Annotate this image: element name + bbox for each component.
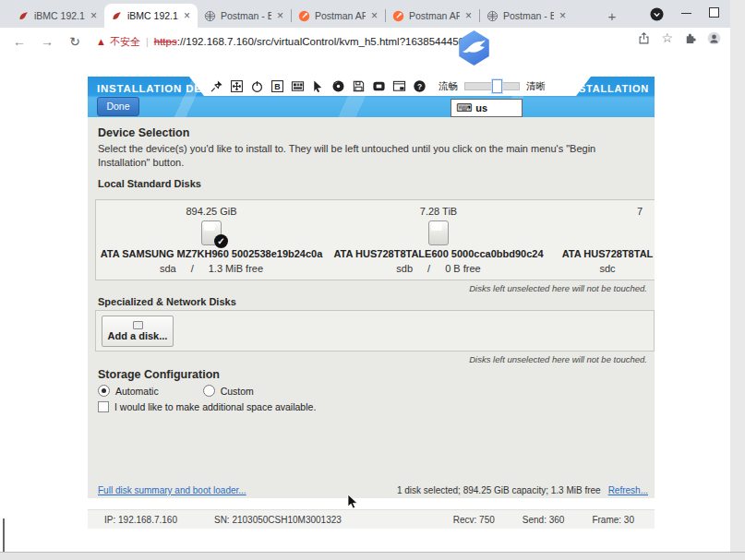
storage-config-radios: Automatic Custom xyxy=(98,385,254,397)
postman-icon xyxy=(392,10,404,22)
tab-postman-browse-1[interactable]: Postman - Browse × xyxy=(198,4,291,28)
radio-automatic[interactable]: Automatic xyxy=(98,385,159,397)
keyboard-b-icon[interactable]: B xyxy=(270,79,284,93)
tab-close-icon[interactable]: × xyxy=(370,9,379,22)
fullscreen-icon[interactable] xyxy=(230,79,244,93)
local-disks-panel: 894.25 GiB ATA SAMSUNG MZ7KH960 5002538e… xyxy=(95,199,655,280)
tab-postman-api-1[interactable]: Postman API Platfo × xyxy=(292,4,385,28)
disk-size: 7.28 TiB xyxy=(420,206,457,219)
status-ip: IP: 192.168.7.160 xyxy=(104,515,177,525)
minimize-button[interactable] xyxy=(681,13,691,14)
radio-custom[interactable]: Custom xyxy=(203,385,254,397)
reload-icon[interactable]: ↻ xyxy=(66,34,83,49)
tab-title: Postman - Browse xyxy=(503,10,554,21)
mouse-cursor xyxy=(347,494,358,510)
screenshot-icon[interactable] xyxy=(392,79,406,93)
refresh-link[interactable]: Refresh... xyxy=(608,485,648,495)
pin-icon[interactable] xyxy=(210,79,223,93)
slider-handle[interactable] xyxy=(492,79,502,93)
radio-automatic-label: Automatic xyxy=(115,386,159,397)
help-icon[interactable]: ? xyxy=(413,79,427,93)
tab-close-icon[interactable]: × xyxy=(464,9,473,22)
slider-smooth-label: 流畅 xyxy=(439,80,458,93)
selection-summary: 1 disk selected; 894.25 GiB capacity; 1.… xyxy=(397,485,601,495)
security-chip[interactable]: ▲ 不安全 | xyxy=(96,35,154,49)
tab-postman-browse-2[interactable]: Postman - Browse × xyxy=(480,4,573,28)
svg-text:?: ? xyxy=(417,82,422,91)
cd-rom-icon[interactable] xyxy=(331,79,345,93)
network-disks-header: Specialized & Network Disks xyxy=(98,296,236,307)
tab-title: Postman API Platfo xyxy=(315,10,366,21)
window-edge-mark xyxy=(3,518,5,552)
tab-close-icon[interactable]: × xyxy=(90,9,98,22)
mini-disk-icon xyxy=(133,321,143,329)
disk-icon xyxy=(428,220,449,245)
mouse-settings-icon[interactable] xyxy=(311,79,325,93)
disk-free: 1.3 MiB free xyxy=(209,263,263,274)
disk-details: sda / 1.3 MiB free xyxy=(160,263,263,274)
soft-keyboard-icon[interactable] xyxy=(291,79,305,93)
disk-free: 0 B free xyxy=(445,263,481,274)
postman-icon xyxy=(298,10,310,22)
installer-title-right: STALLATION xyxy=(579,83,649,94)
done-button[interactable]: Done xyxy=(97,97,139,116)
radio-custom-label: Custom xyxy=(221,386,254,397)
disk-sep: / xyxy=(427,263,430,274)
tab-ibmc-2-active[interactable]: iBMC 192.168.7.16 × xyxy=(104,4,198,28)
update-badge-icon[interactable] xyxy=(650,7,664,21)
disk-item-sda[interactable]: 894.25 GiB ATA SAMSUNG MZ7KH960 5002538e… xyxy=(98,200,325,280)
address-bar[interactable]: https://192.168.7.160/src/virtualControl… xyxy=(154,36,482,47)
globe-icon xyxy=(204,10,216,22)
keyboard-layout-indicator[interactable]: ⌨ us xyxy=(451,99,523,117)
status-recv: Recv: 750 xyxy=(453,515,495,525)
radio-unselected-icon[interactable] xyxy=(203,385,215,397)
quality-slider[interactable] xyxy=(464,82,520,90)
forward-icon[interactable]: → xyxy=(39,34,55,49)
tab-title: iBMC 192.168.7.16 xyxy=(127,10,178,21)
tab-ibmc-1[interactable]: iBMC 192.168.7.16 × xyxy=(11,4,104,28)
share-icon[interactable] xyxy=(637,31,651,45)
url-divider: | xyxy=(146,36,149,47)
bookmark-star-icon[interactable]: ☆ xyxy=(661,31,673,45)
back-icon[interactable]: ← xyxy=(11,34,28,49)
tab-close-icon[interactable]: × xyxy=(559,9,567,22)
url-scheme-struck: https xyxy=(154,36,177,47)
status-send: Send: 360 xyxy=(523,515,565,525)
globe-icon xyxy=(487,10,499,22)
disk-item-sdc-clipped[interactable]: 7 ATA HUS728T8TAL sdc xyxy=(552,200,655,280)
status-frame: Frame: 30 xyxy=(592,515,634,525)
url-text: ://192.168.7.160/src/virtualControl/kvm_… xyxy=(177,36,483,47)
checkbox-icon[interactable] xyxy=(98,401,109,412)
device-selection-intro: Select the device(s) you'd like to insta… xyxy=(98,142,648,170)
disk-name: ATA SAMSUNG MZ7KH960 5002538e19b24c0a xyxy=(101,248,323,259)
disk-dev: sdc xyxy=(599,263,615,274)
local-disks-header: Local Standard Disks xyxy=(98,178,201,189)
ibmc-icon xyxy=(18,10,30,22)
kvm-status-bar: IP: 192.168.7.160 SN: 2103050CSH10M30013… xyxy=(88,509,655,529)
floppy-icon[interactable] xyxy=(352,79,366,93)
disk-details: sdb / 0 B free xyxy=(396,263,480,274)
selected-check-icon xyxy=(214,234,228,248)
video-quality-slider-group: 流畅 清晰 xyxy=(439,80,546,93)
tab-close-icon[interactable]: × xyxy=(276,9,284,22)
new-tab-button[interactable]: + xyxy=(602,6,622,27)
disk-size: 7 xyxy=(637,206,643,219)
extensions-puzzle-icon[interactable] xyxy=(683,31,697,45)
profile-avatar[interactable] xyxy=(707,31,721,45)
power-icon[interactable] xyxy=(250,79,264,93)
kvm-remote-screen: INSTALLATION DESTINATION STALLATION Done… xyxy=(88,77,655,529)
tab-title: Postman - Browse xyxy=(221,10,271,21)
disk-item-sdb[interactable]: 7.28 TiB ATA HUS728T8TALE600 5000cca0bbd… xyxy=(325,200,552,280)
add-disk-button[interactable]: Add a disk... xyxy=(102,316,174,347)
full-disk-summary-link[interactable]: Full disk summary and boot loader... xyxy=(98,485,246,495)
keyboard-layout-value: us xyxy=(475,102,487,113)
radio-selected-icon[interactable] xyxy=(98,385,110,397)
tab-postman-api-2[interactable]: Postman API Platfo × xyxy=(386,4,479,28)
warning-triangle-icon: ▲ xyxy=(96,36,106,47)
maximize-button[interactable] xyxy=(709,7,719,18)
screen-record-icon[interactable] xyxy=(372,79,386,93)
disk-dev: sdb xyxy=(396,263,413,274)
additional-space-checkbox-row[interactable]: I would like to make additional space av… xyxy=(98,401,316,412)
tab-title: Postman API Platfo xyxy=(409,10,460,21)
tab-close-icon[interactable]: × xyxy=(183,9,191,22)
